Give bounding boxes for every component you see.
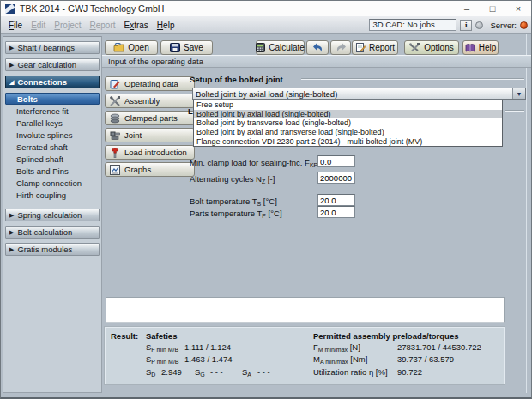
options-button[interactable]: Options [404, 40, 459, 55]
nav-load-introduction-button[interactable]: Load introduction [105, 145, 195, 160]
collapsed-arrow-icon: ▶ [9, 212, 14, 219]
dropdown-option-transverse-load[interactable]: Bolted joint by transverse load (single-… [194, 118, 502, 128]
graphs-chart-icon [110, 165, 120, 175]
close-button[interactable]: × [505, 1, 531, 16]
dropdown-option-axial-transverse-load[interactable]: Bolted joint by axial and transverse loa… [194, 128, 502, 137]
min-clamp-load-input[interactable] [317, 155, 355, 167]
app-logo-icon [5, 4, 15, 14]
menu-extras[interactable]: Extras [120, 19, 153, 32]
nav-joint-button[interactable]: Joint [105, 128, 195, 142]
joint-setup-combobox[interactable]: Bolted joint by axial load (single-bolte… [192, 88, 526, 100]
help-book-icon [465, 44, 475, 52]
sidebar-header-belt-calculation[interactable]: ▶Belt calculation [5, 226, 100, 239]
module-sidebar: ▶Shaft / bearings ▶Gear calculation ◢Con… [3, 36, 102, 393]
load-introduction-icon [110, 148, 120, 158]
sidebar-header-gear-calculation[interactable]: ▶Gear calculation [5, 58, 100, 71]
sidebar-item-hirth-coupling[interactable]: Hirth coupling [5, 190, 100, 201]
panel-divider [526, 34, 527, 393]
minimize-button[interactable]: – [454, 1, 480, 16]
bolt-icon [110, 130, 120, 141]
sidebar-item-bolts[interactable]: Bolts [5, 93, 100, 105]
safety-sf-value: 1.111 / 1.124 [184, 342, 231, 352]
cad-status-led [475, 21, 483, 29]
app-window: TBK 2014 - GWJ Technology GmbH – □ × Fil… [0, 0, 532, 399]
redo-arrow-icon [336, 43, 347, 52]
safeties-title: Safeties [146, 331, 177, 341]
result-panel: Result: Safeties SF min M/B 1.111 / 1.12… [105, 327, 505, 384]
menu-help[interactable]: Help [153, 19, 179, 32]
redo-button [330, 40, 351, 55]
nav-clamped-parts-button[interactable]: Clamped parts [105, 111, 195, 125]
alternating-cycles-label: Alternating cycles NZ [-] [190, 174, 275, 184]
preload-ma-label: MA min/max [Nm] [313, 354, 367, 365]
safety-sa-label: SA [242, 367, 251, 378]
sidebar-item-clamp-connection[interactable]: Clamp connection [5, 178, 100, 189]
main-area: Open Save Calculate Report Options Help [102, 34, 531, 393]
combobox-selected-value: Bolted joint by axial load (single-bolte… [193, 89, 512, 99]
cad-status-field: 3D CAD: No jobs [369, 19, 456, 31]
report-document-icon [355, 43, 366, 52]
collapsed-arrow-icon: ▶ [9, 62, 14, 69]
sidebar-header-spring-calculation[interactable]: ▶Spring calculation [5, 209, 100, 221]
bolt-temperature-label: Bolt temperature TS [°C] [190, 196, 277, 207]
safety-sa-value: - - - [257, 367, 270, 377]
sidebar-item-interference-fit[interactable]: Interference fit [5, 106, 100, 117]
sidebar-item-parallel-keys[interactable]: Parallel keys [5, 118, 100, 129]
safety-sg-label: SG [195, 367, 205, 378]
cad-info-button[interactable]: i [460, 20, 472, 31]
calculator-icon [256, 43, 265, 52]
save-button[interactable]: Save [160, 40, 213, 55]
sidebar-item-bolts-and-pins[interactable]: Bolts and Pins [5, 166, 100, 177]
dropdown-option-free-setup[interactable]: Free setup [194, 100, 502, 110]
alternating-cycles-input[interactable] [317, 172, 355, 184]
sidebar-header-gratis-modules[interactable]: ▶Gratis modules [5, 243, 100, 256]
dropdown-option-flange-connection[interactable]: Flange connection VDI 2230 part 2 (2014)… [194, 136, 502, 146]
operating-data-icon [110, 79, 120, 89]
nav-assembly-button[interactable]: Assembly [105, 94, 195, 108]
maximize-button[interactable]: □ [480, 1, 505, 16]
menu-file[interactable]: File [4, 19, 27, 32]
sidebar-header-shaft-bearings[interactable]: ▶Shaft / bearings [5, 41, 100, 54]
tools-icon [409, 43, 420, 52]
collapsed-arrow-icon: ▶ [9, 246, 14, 253]
dropdown-option-axial-load[interactable]: Bolted joint by axial load (single-bolte… [194, 110, 502, 119]
section-title: Input of the operating data [108, 57, 203, 66]
undo-arrow-icon [312, 43, 323, 52]
crossed-tools-icon [110, 96, 120, 106]
safety-sg-value: - - - [210, 367, 223, 377]
sidebar-item-involute-splines[interactable]: Involute splines [5, 130, 100, 141]
nav-graphs-button[interactable]: Graphs [105, 162, 195, 177]
loads-group-title-partial: L [188, 106, 193, 116]
open-button[interactable]: Open [105, 40, 158, 55]
open-folder-icon [113, 43, 124, 52]
bolt-temperature-input[interactable] [317, 194, 355, 206]
calculate-button[interactable]: Calculate [256, 40, 305, 55]
chevron-down-icon[interactable]: ▼ [512, 88, 525, 99]
sidebar-header-connections[interactable]: ◢Connections [5, 76, 100, 88]
window-title: TBK 2014 - GWJ Technology GmbH [20, 3, 164, 14]
menu-project: Project [50, 19, 85, 32]
result-label: Result: [111, 331, 138, 341]
safety-sp-value: 1.463 / 1.474 [184, 354, 232, 364]
setup-group-title: Setup of the bolted joint [190, 75, 283, 84]
sidebar-item-serrated-shaft[interactable]: Serrated shaft [5, 142, 100, 153]
message-box [106, 297, 505, 323]
save-floppy-icon [170, 43, 180, 52]
collapsed-arrow-icon: ▶ [9, 45, 14, 51]
help-button[interactable]: Help [462, 40, 499, 55]
preload-fm-label: FM min/max [N] [313, 342, 360, 353]
collapsed-arrow-icon: ▶ [9, 229, 14, 236]
parts-temperature-label: Parts temperature TP [°C] [190, 209, 282, 219]
preload-ma-value: 39.737 / 63.579 [397, 354, 454, 364]
titlebar: TBK 2014 - GWJ Technology GmbH – □ × [1, 1, 531, 16]
safety-sf-label: SF min M/B [146, 342, 178, 353]
sidebar-item-splined-shaft[interactable]: Splined shaft [5, 154, 100, 165]
section-title-bar: Input of the operating data [102, 55, 531, 68]
nav-operating-data-button[interactable]: Operating data [105, 76, 195, 91]
min-clamp-load-label: Min. clamp load for sealing-fnc. FKP [N] [190, 158, 330, 168]
parts-temperature-input[interactable] [317, 206, 355, 218]
report-button[interactable]: Report [352, 40, 398, 55]
undo-button[interactable] [306, 40, 329, 55]
utilization-ratio-label: Utilization ratio η [%] [313, 367, 388, 377]
menubar: File Edit Project Report Extras Help 3D … [1, 16, 531, 34]
